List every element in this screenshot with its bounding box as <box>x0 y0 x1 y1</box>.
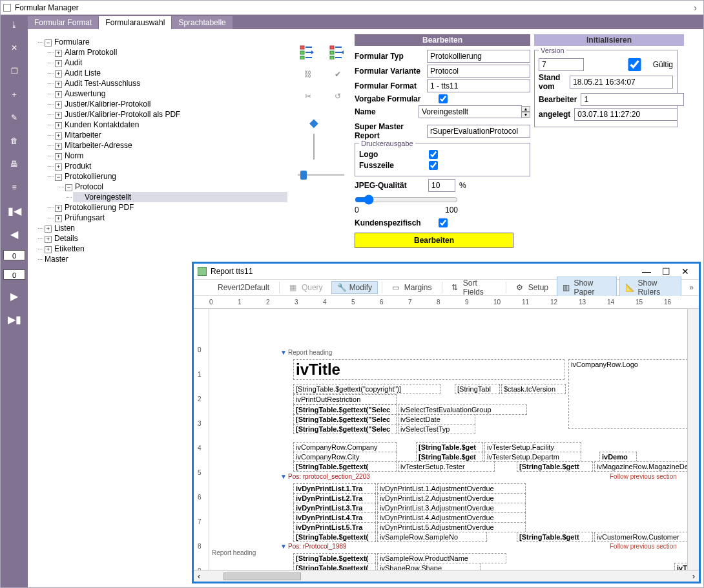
counter-2[interactable]: 0 <box>3 269 25 280</box>
field-cust[interactable]: ivCustomerRow.Customer <box>594 532 687 542</box>
tree-collapse-icon[interactable]: − <box>55 174 62 181</box>
toolbar-overflow-icon[interactable]: » <box>684 283 699 292</box>
field-comp[interactable]: ivCompanyRow.Company <box>293 442 397 452</box>
field-demo[interactable]: ivDemo <box>599 452 637 462</box>
field-ivt[interactable]: ivT <box>674 563 687 570</box>
plus-icon[interactable]: ＋ <box>6 87 22 101</box>
tree-expand-icon[interactable]: + <box>55 163 62 171</box>
field-dyn1t[interactable]: ivDynPrintList.1.Tra <box>293 483 376 494</box>
tree-expand-icon[interactable]: + <box>55 215 62 222</box>
scroll-right-icon[interactable]: › <box>688 572 699 581</box>
input-fmt[interactable] <box>427 79 530 92</box>
input-smr[interactable] <box>427 125 530 138</box>
field-sgett[interactable]: [StringTable.$gett <box>517 461 593 472</box>
field-prod[interactable]: ivSampleRow.ProductName <box>377 553 506 563</box>
skip-back-icon[interactable]: ▮◀ <box>6 204 22 218</box>
checkbox-kund[interactable] <box>439 218 448 227</box>
field-sgett2[interactable]: [StringTable.$gett <box>517 532 593 542</box>
jpeg-slider[interactable] <box>355 194 458 205</box>
tree-expand-icon[interactable]: + <box>45 236 52 243</box>
tree-root[interactable]: Formulare <box>54 37 90 47</box>
report-canvas[interactable]: Report heading ▼ Report heading ivTitle … <box>209 309 687 570</box>
counter-1[interactable]: 0 <box>3 250 25 260</box>
checkbox-logo[interactable] <box>429 150 438 159</box>
tree-item[interactable]: Details <box>54 234 78 243</box>
tree-item[interactable]: Justier/Kalibrier-Protokoll <box>65 100 150 109</box>
field-samp[interactable]: ivSampleRow.SampleNo <box>377 532 487 542</box>
checkbox-gueltig[interactable] <box>620 58 648 71</box>
spin-down-icon[interactable]: ▼ <box>521 112 530 118</box>
horizontal-scrollbar[interactable]: ‹ › <box>194 570 699 582</box>
tree-item[interactable]: Audit Test-Ausschluss <box>65 79 140 88</box>
vertical-slider[interactable]: ◆ <box>298 116 330 160</box>
tree-expand-icon[interactable]: + <box>55 122 62 129</box>
section-arrow-icon[interactable]: ▼ <box>280 543 287 550</box>
tree-item[interactable]: Mitarbeiter <box>65 131 101 140</box>
input-name[interactable] <box>419 105 522 118</box>
header-init[interactable]: Initialisieren <box>534 34 684 46</box>
field-sgettext[interactable]: [StringTable.$gettext( <box>293 461 397 472</box>
tab-formularauswahl[interactable]: Formularauswahl <box>99 16 172 29</box>
tree-item-voreingestellt[interactable]: Voreingestellt <box>85 193 131 202</box>
tree-expand-icon[interactable]: + <box>55 101 62 109</box>
spin-up-icon[interactable]: ▲ <box>521 106 530 112</box>
field-logo[interactable]: ivCompanyRow.Logo <box>568 359 687 429</box>
tree-item-protocol[interactable]: Protocol <box>75 182 103 191</box>
scroll-left-icon[interactable]: ‹ <box>194 572 204 581</box>
tree-item[interactable]: Master <box>45 255 68 264</box>
tree-item[interactable]: Kunden Kontaktdaten <box>65 120 139 129</box>
edit-button[interactable]: Bearbeiten <box>355 233 513 248</box>
tree-expand-icon[interactable]: + <box>55 205 62 212</box>
tree-item[interactable]: Etiketten <box>54 244 85 253</box>
header-bearbeiten[interactable]: Bearbeiten <box>355 34 530 46</box>
field-sgettext4[interactable]: [StringTable.$gettext( <box>293 563 376 570</box>
field-sgettext2[interactable]: [StringTable.$gettext( <box>293 532 376 542</box>
field-copyright[interactable]: [StringTable.$gettext("copyright")] <box>293 384 440 394</box>
field-dyn5a[interactable]: ivDynPrintList.5.AdjustmentOverdue <box>377 522 526 532</box>
prev-icon[interactable]: ◀ <box>6 227 22 241</box>
field-selec3[interactable]: [StringTable.$gettext("Selec <box>293 424 397 434</box>
trash-icon[interactable]: 🗑 <box>6 134 22 148</box>
hierarchy-expand-icon[interactable] <box>327 43 348 61</box>
titlebar-chevron-icon[interactable]: › <box>690 3 701 13</box>
showpaper-button[interactable]: ▥Show Paper <box>557 277 617 299</box>
section-arrow-icon[interactable]: ▼ <box>280 473 287 480</box>
tree-collapse-icon[interactable]: − <box>65 184 72 191</box>
tree-expand-icon[interactable]: + <box>55 153 62 160</box>
skip-fwd-icon[interactable]: ▶▮ <box>6 312 22 326</box>
field-sget1[interactable]: [StringTable.$get <box>416 442 483 452</box>
tree-item-protokollierung[interactable]: Protokollierung <box>65 172 116 181</box>
horizontal-slider[interactable] <box>298 174 355 176</box>
field-dyn3t[interactable]: ivDynPrintList.3.Tra <box>293 503 376 513</box>
field-ivtitle[interactable]: ivTitle <box>293 359 564 380</box>
input-var[interactable] <box>427 65 530 78</box>
field-selgrp[interactable]: ivSelectTestEvaluationGroup <box>398 404 527 415</box>
tree-expand-icon[interactable]: + <box>45 246 52 253</box>
vertical-scrollbar[interactable] <box>687 309 699 570</box>
list-icon[interactable]: ≡ <box>6 180 22 194</box>
field-sctask[interactable]: $ctask.tcVersion <box>501 384 566 394</box>
close-icon[interactable]: ✕ <box>6 41 22 55</box>
tree-item[interactable]: Listen <box>54 224 75 233</box>
field-dyn2a[interactable]: ivDynPrintList.2.AdjustmentOverdue <box>377 493 526 503</box>
input-stand[interactable] <box>570 76 673 89</box>
tree-expand-icon[interactable]: + <box>55 81 62 88</box>
field-dyn1a[interactable]: ivDynPrintList.1.AdjustmentOverdue <box>377 483 526 494</box>
field-sget2[interactable]: [StringTable.$get <box>416 452 483 462</box>
scrollbar-thumb[interactable] <box>223 572 301 580</box>
field-selec2[interactable]: [StringTable.$gettext("Selec <box>293 414 397 425</box>
tree-expand-icon[interactable]: + <box>55 70 62 78</box>
close-button[interactable]: ✕ <box>676 265 695 278</box>
tree-expand-icon[interactable]: + <box>55 132 62 140</box>
tree-collapse-icon[interactable]: − <box>45 39 52 47</box>
field-dyn4a[interactable]: ivDynPrintList.4.AdjustmentOverdue <box>377 512 526 523</box>
setup-button[interactable]: ⚙Setup <box>510 281 554 294</box>
input-ang[interactable] <box>574 108 678 121</box>
field-city[interactable]: ivCompanyRow.City <box>293 452 397 462</box>
showrulers-button[interactable]: 📐Show Rulers <box>619 277 681 299</box>
stack-icon[interactable]: ❐ <box>6 64 22 78</box>
tree-item[interactable]: Norm <box>65 151 83 160</box>
tree-expand-icon[interactable]: + <box>55 91 62 98</box>
tab-sprachtabelle[interactable]: Sprachtabelle <box>172 16 233 29</box>
field-dep[interactable]: ivTesterSetup.Departm <box>484 452 581 462</box>
